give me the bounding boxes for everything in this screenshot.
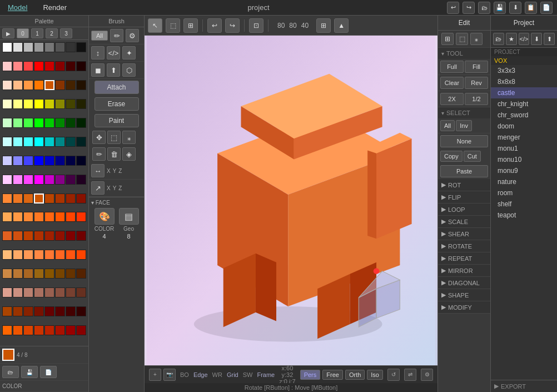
color-cell-100[interactable] [44, 269, 54, 279]
color-cell-43[interactable] [34, 137, 44, 147]
color-cell-28[interactable] [44, 99, 54, 109]
repeat-header[interactable]: ▶ REPEAT [438, 252, 490, 264]
color-cell-58[interactable] [23, 175, 33, 185]
color-cell-116[interactable] [44, 306, 54, 316]
frame-label[interactable]: Frame [257, 371, 275, 378]
color-cell-24[interactable] [2, 99, 12, 109]
color-cell-37[interactable] [55, 118, 65, 128]
box-select-btn[interactable]: ⬚ [166, 18, 180, 33]
color-cell-6[interactable] [66, 42, 76, 52]
color-cell-41[interactable] [13, 137, 23, 147]
brush-code-icon[interactable]: </> [107, 46, 120, 59]
brush-cube-icon[interactable]: ⬡ [122, 63, 136, 77]
edit-select-rect-icon[interactable]: ⬚ [456, 33, 468, 45]
color-cell-53[interactable] [55, 156, 65, 166]
color-cell-68[interactable] [44, 193, 54, 204]
project-import-btn[interactable]: ⬇ [531, 33, 542, 45]
color-cell-76[interactable] [44, 212, 54, 222]
color-cell-98[interactable] [23, 269, 33, 279]
color-cell-93[interactable] [55, 250, 65, 260]
viewport-canvas[interactable] [145, 36, 437, 365]
open-icon[interactable]: 🗁 [478, 2, 490, 14]
color-cell-125[interactable] [55, 325, 65, 335]
project-export-btn[interactable]: ⬆ [544, 33, 555, 45]
color-cell-88[interactable] [2, 250, 12, 260]
redo-icon[interactable]: ↪ [462, 2, 475, 14]
2x-btn[interactable]: 2X [440, 93, 464, 105]
color-cell-120[interactable] [2, 325, 12, 335]
face-color-icon[interactable]: 🎨 [95, 208, 115, 225]
color-cell-90[interactable] [23, 250, 33, 260]
clipboard-icon[interactable]: 📋 [525, 2, 537, 14]
transform-magic-icon[interactable]: ⁎ [122, 131, 136, 144]
brush-settings-icon[interactable]: ⚙ [126, 29, 139, 42]
color-cell-110[interactable] [66, 287, 76, 297]
color-cell-77[interactable] [55, 212, 65, 222]
palette-tab-1[interactable]: 1 [31, 28, 43, 38]
color-cell-89[interactable] [13, 250, 23, 260]
color-cell-112[interactable] [2, 306, 12, 316]
color-cell-95[interactable] [76, 250, 86, 260]
color-cell-75[interactable] [34, 212, 44, 222]
view-pers-btn[interactable]: Pers [300, 370, 321, 380]
color-cell-70[interactable] [66, 193, 76, 204]
project-code-btn[interactable]: </> [519, 33, 530, 45]
color-cell-126[interactable] [66, 325, 76, 335]
color-cell-25[interactable] [13, 99, 23, 109]
selected-color-indicator[interactable] [2, 349, 14, 361]
color-cell-84[interactable] [44, 231, 54, 241]
color-cell-14[interactable] [66, 61, 76, 71]
color-cell-50[interactable] [23, 156, 33, 166]
project-item-monu10[interactable]: monu10 [491, 154, 557, 165]
loop-header[interactable]: ▶ LOOP [438, 204, 490, 215]
color-cell-81[interactable] [13, 231, 23, 241]
color-cell-101[interactable] [55, 269, 65, 279]
save-icon[interactable]: 💾 [494, 2, 506, 14]
color-cell-4[interactable] [44, 42, 54, 52]
color-cell-109[interactable] [55, 287, 65, 297]
color-cell-107[interactable] [34, 287, 44, 297]
color-cell-104[interactable] [2, 287, 12, 297]
settings-view-btn[interactable]: ⚙ [421, 369, 433, 381]
color-cell-119[interactable] [76, 306, 86, 316]
color-cell-102[interactable] [66, 269, 76, 279]
color-cell-94[interactable] [66, 250, 76, 260]
document-icon[interactable]: 📄 [540, 2, 553, 14]
camera-btn[interactable]: 📷 [163, 369, 176, 381]
project-item-chr_knight[interactable]: chr_knight [491, 98, 557, 110]
face-geo-icon[interactable]: ▤ [119, 208, 139, 225]
color-cell-7[interactable] [76, 42, 86, 52]
add-view-btn[interactable]: + [149, 369, 161, 381]
color-cell-52[interactable] [44, 156, 54, 166]
color-cell-8[interactable] [2, 61, 12, 71]
clear-btn[interactable]: Clear [440, 77, 464, 89]
color-cell-18[interactable] [23, 80, 33, 90]
project-item-menger[interactable]: menger [491, 132, 557, 143]
project-item-doom[interactable]: doom [491, 121, 557, 132]
color-cell-111[interactable] [76, 287, 86, 297]
paste-btn[interactable]: Paste [440, 165, 488, 177]
color-cell-23[interactable] [76, 80, 86, 90]
color-cell-78[interactable] [66, 212, 76, 222]
color-cell-86[interactable] [66, 231, 76, 241]
project-item-8x8x8[interactable]: 8x8x8 [491, 76, 557, 87]
color-cell-21[interactable] [55, 80, 65, 90]
color-cell-106[interactable] [23, 287, 33, 297]
project-item-teapot[interactable]: teapot [491, 210, 557, 221]
color-cell-31[interactable] [76, 99, 86, 109]
menu-model[interactable]: Model [4, 2, 31, 13]
modify-header[interactable]: ▶ MODIFY [438, 301, 490, 313]
view-orth-btn[interactable]: Orth [345, 370, 365, 380]
brush-upload-icon[interactable]: ⬆ [107, 63, 120, 77]
color-cell-60[interactable] [44, 175, 54, 185]
select-inv-btn[interactable]: Inv [456, 120, 472, 131]
color-cell-97[interactable] [13, 269, 23, 279]
undo-icon[interactable]: ↩ [447, 2, 459, 14]
color-cell-96[interactable] [2, 269, 12, 279]
color-cell-57[interactable] [13, 175, 23, 185]
brush-paint-icon[interactable]: ✏ [110, 29, 123, 42]
undo-btn[interactable]: ↩ [207, 18, 222, 33]
select-all-btn[interactable]: All [440, 120, 455, 131]
view-iso-btn[interactable]: Iso [367, 370, 383, 380]
paint-button[interactable]: Paint [95, 114, 139, 127]
